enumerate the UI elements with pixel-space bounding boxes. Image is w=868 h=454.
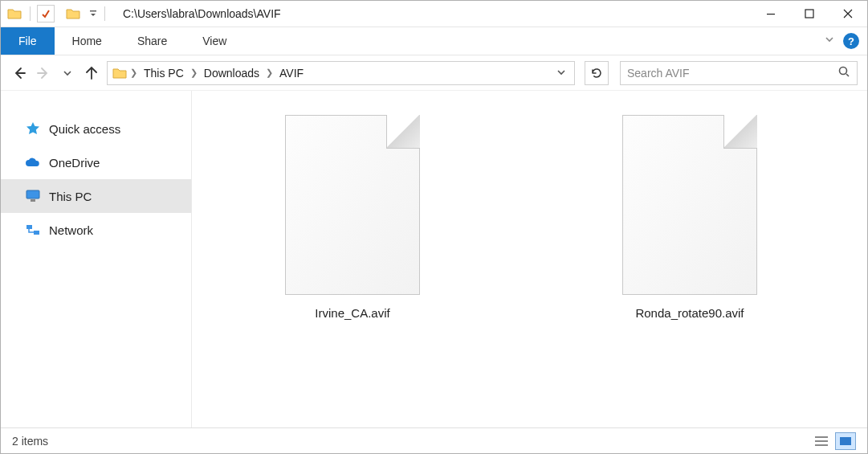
file-name: Ronda_rotate90.avif xyxy=(635,306,744,320)
tab-share[interactable]: Share xyxy=(120,27,185,55)
folder-icon xyxy=(111,67,128,79)
up-button[interactable] xyxy=(83,64,100,82)
address-bar[interactable]: ❯ This PC ❯ Downloads ❯ AVIF xyxy=(107,61,575,85)
svg-rect-2 xyxy=(805,10,813,18)
svg-rect-9 xyxy=(815,440,828,442)
recent-dropdown[interactable] xyxy=(59,64,76,82)
file-item[interactable]: Irvine_CA.avif xyxy=(200,115,505,320)
tab-home[interactable]: Home xyxy=(55,27,120,55)
breadcrumb-downloads[interactable]: Downloads xyxy=(199,67,264,80)
sidebar-item-quick-access[interactable]: Quick access xyxy=(1,112,191,145)
properties-button[interactable] xyxy=(37,5,55,22)
title-bar: C:\Users\labra\Downloads\AVIF xyxy=(1,1,867,27)
breadcrumb-this-pc[interactable]: This PC xyxy=(139,67,189,80)
help-button[interactable]: ? xyxy=(843,33,859,49)
folder-icon xyxy=(6,8,23,19)
crumb-sep-icon[interactable]: ❯ xyxy=(189,67,199,78)
svg-rect-8 xyxy=(815,436,828,438)
cloud-icon xyxy=(25,157,41,168)
icons-view-button[interactable] xyxy=(835,432,856,450)
sidebar-item-label: OneDrive xyxy=(49,156,100,170)
separator xyxy=(104,6,105,21)
close-button[interactable] xyxy=(829,1,867,27)
sidebar-item-onedrive[interactable]: OneDrive xyxy=(1,145,191,179)
back-button[interactable] xyxy=(10,64,28,82)
qat-dropdown[interactable] xyxy=(88,10,98,18)
svg-rect-10 xyxy=(815,444,828,446)
tab-file[interactable]: File xyxy=(1,27,55,55)
svg-rect-1 xyxy=(767,14,775,14)
breadcrumb-avif[interactable]: AVIF xyxy=(275,67,308,80)
file-icon xyxy=(285,115,420,295)
svg-rect-6 xyxy=(26,225,32,229)
svg-rect-11 xyxy=(840,437,851,445)
svg-point-3 xyxy=(840,67,847,74)
sidebar-item-label: Quick access xyxy=(49,122,120,136)
star-icon xyxy=(25,121,41,136)
refresh-button[interactable] xyxy=(585,61,609,85)
forward-button[interactable] xyxy=(35,64,52,82)
ribbon: File Home Share View ? xyxy=(1,27,867,55)
tab-view[interactable]: View xyxy=(185,27,244,55)
window-title: C:\Users\labra\Downloads\AVIF xyxy=(123,7,281,20)
status-bar: 2 items xyxy=(1,427,867,453)
explorer-window: C:\Users\labra\Downloads\AVIF File Home … xyxy=(0,0,868,454)
search-icon[interactable] xyxy=(837,65,850,81)
svg-rect-4 xyxy=(26,190,39,198)
monitor-icon xyxy=(25,190,41,202)
sidebar-item-network[interactable]: Network xyxy=(1,213,191,247)
view-toggles xyxy=(811,432,856,450)
sidebar-item-label: Network xyxy=(49,223,93,237)
quick-access-toolbar xyxy=(37,5,98,22)
ribbon-expand-icon[interactable] xyxy=(824,34,835,48)
maximize-button[interactable] xyxy=(790,1,829,27)
item-count: 2 items xyxy=(12,435,48,448)
navigation-pane: Quick access OneDrive This PC Network xyxy=(1,91,192,427)
svg-rect-0 xyxy=(90,10,96,11)
details-view-button[interactable] xyxy=(811,432,832,450)
folder-icon xyxy=(64,8,82,19)
ribbon-right: ? xyxy=(824,27,867,55)
crumb-sep-icon[interactable]: ❯ xyxy=(128,67,139,78)
sidebar-item-this-pc[interactable]: This PC xyxy=(1,179,191,213)
address-dropdown[interactable] xyxy=(552,66,571,80)
svg-rect-5 xyxy=(31,199,35,202)
separator xyxy=(30,6,31,21)
search-input[interactable] xyxy=(627,67,837,80)
body: Quick access OneDrive This PC Network xyxy=(1,91,867,427)
title-left: C:\Users\labra\Downloads\AVIF xyxy=(1,1,281,27)
file-item[interactable]: Ronda_rotate90.avif xyxy=(537,115,842,320)
navigation-row: ❯ This PC ❯ Downloads ❯ AVIF xyxy=(1,55,867,91)
minimize-button[interactable] xyxy=(752,1,790,27)
file-list[interactable]: Irvine_CA.avif Ronda_rotate90.avif xyxy=(192,91,867,427)
search-box[interactable] xyxy=(620,61,858,85)
crumb-sep-icon[interactable]: ❯ xyxy=(264,67,275,78)
sidebar-item-label: This PC xyxy=(49,190,92,203)
window-controls xyxy=(752,1,867,27)
file-icon xyxy=(622,115,757,295)
network-icon xyxy=(25,223,41,236)
file-name: Irvine_CA.avif xyxy=(315,306,389,320)
